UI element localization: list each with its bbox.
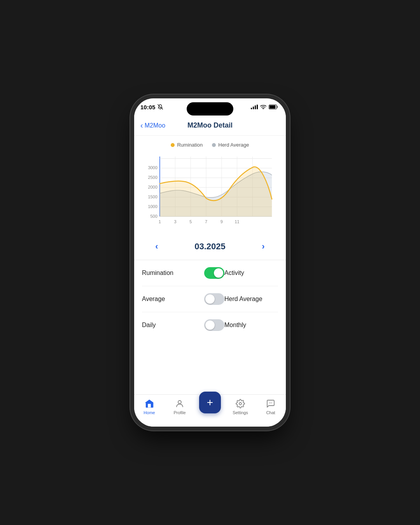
tab-bar: Home Profile + (134, 394, 286, 427)
back-chevron-icon: ‹ (140, 121, 143, 130)
profile-icon (175, 399, 185, 409)
tab-add[interactable]: + (195, 392, 225, 413)
toggle-item-average: Average (142, 293, 224, 305)
toggle-group-2: Average Herd Average (142, 293, 278, 305)
home-icon (144, 399, 154, 409)
plus-icon: + (207, 397, 213, 408)
herd-avg-label: Herd Average (218, 142, 249, 148)
rumination-toggle-label: Rumination (142, 270, 181, 276)
svg-text:1: 1 (159, 219, 161, 224)
toggle-row-1: Rumination Activity (142, 260, 278, 286)
toggle-item-activity: Activity (224, 267, 286, 279)
svg-text:500: 500 (150, 214, 158, 219)
rumination-dot (171, 143, 175, 147)
svg-point-1 (263, 109, 264, 109)
rumination-toggle[interactable] (204, 267, 224, 279)
average-toggle-label: Average (142, 296, 181, 303)
dynamic-island (187, 102, 233, 116)
svg-text:1500: 1500 (148, 194, 157, 199)
chart-svg: 500 1000 1500 2000 2500 3000 1 3 5 7 9 1… (140, 152, 280, 230)
toggle-group-1: Rumination Activity (142, 267, 278, 279)
toggle-row-3: Daily Monthly (142, 312, 278, 338)
legend-herd-avg: Herd Average (212, 142, 249, 148)
back-button[interactable]: ‹ M2Moo (140, 121, 165, 130)
herd-avg-toggle-label: Herd Average (224, 296, 263, 303)
toggle-item-monthly: Monthly (224, 319, 286, 331)
nav-header: ‹ M2Moo M2Moo Detail (134, 116, 286, 136)
legend-rumination: Rumination (171, 142, 203, 148)
home-tab-label: Home (144, 410, 155, 415)
herd-avg-dot (212, 143, 216, 147)
wifi-icon (260, 105, 266, 109)
tab-home[interactable]: Home (134, 399, 164, 415)
battery-icon (269, 105, 278, 109)
svg-text:11: 11 (235, 219, 240, 224)
tab-chat[interactable]: Chat (256, 399, 286, 415)
chart-legend: Rumination Herd Average (140, 142, 280, 148)
toggle-item-daily: Daily (142, 319, 224, 331)
svg-text:9: 9 (220, 219, 223, 224)
month-nav: ‹ 03.2025 › (134, 233, 286, 260)
toggle-knob (205, 294, 215, 304)
page-title: M2Moo Detail (187, 121, 233, 130)
back-label: M2Moo (145, 122, 165, 129)
activity-toggle-label: Activity (224, 270, 263, 276)
prev-month-button[interactable]: ‹ (150, 240, 164, 254)
toggle-row-2: Average Herd Average (142, 286, 278, 312)
average-toggle[interactable] (204, 293, 224, 305)
toggle-group-3: Daily Monthly (142, 319, 278, 331)
toggle-knob (205, 320, 215, 330)
monthly-toggle-label: Monthly (224, 322, 263, 329)
add-button[interactable]: + (199, 392, 221, 413)
svg-text:1000: 1000 (148, 204, 157, 209)
daily-toggle-label: Daily (142, 322, 181, 329)
settings-tab-label: Settings (233, 410, 248, 415)
status-icons (251, 105, 278, 109)
bell-icon (158, 104, 163, 110)
phone-frame: 10:05 (134, 98, 286, 427)
svg-point-35 (271, 402, 272, 403)
svg-point-33 (269, 402, 270, 403)
chat-icon (266, 399, 276, 409)
svg-line-0 (158, 105, 163, 110)
toggle-section: Rumination Activity (134, 260, 286, 338)
svg-text:5: 5 (189, 219, 192, 224)
tab-settings[interactable]: Settings (225, 399, 256, 415)
svg-text:2000: 2000 (148, 185, 157, 189)
next-month-button[interactable]: › (256, 240, 270, 254)
svg-rect-3 (270, 105, 276, 108)
chart-container: 500 1000 1500 2000 2500 3000 1 3 5 7 9 1… (140, 152, 280, 230)
svg-point-32 (239, 402, 242, 405)
daily-toggle[interactable] (204, 319, 224, 331)
rumination-label: Rumination (177, 142, 203, 148)
svg-text:3: 3 (174, 219, 176, 224)
chart-section: Rumination Herd Average (134, 136, 286, 233)
profile-tab-label: Profile (173, 410, 186, 415)
toggle-knob (214, 268, 223, 278)
month-label: 03.2025 (194, 242, 226, 252)
toggle-item-rumination: Rumination (142, 267, 224, 279)
svg-point-31 (178, 401, 181, 404)
main-content: Rumination Herd Average (134, 136, 286, 394)
settings-icon (235, 399, 245, 409)
signal-bars-icon (251, 105, 258, 109)
tab-profile[interactable]: Profile (164, 399, 195, 415)
svg-text:2500: 2500 (148, 175, 157, 180)
svg-text:7: 7 (205, 219, 207, 224)
toggle-item-herd-avg: Herd Average (224, 293, 286, 305)
svg-point-34 (270, 402, 271, 403)
status-time: 10:05 (140, 104, 163, 110)
svg-text:3000: 3000 (148, 165, 157, 170)
chat-tab-label: Chat (266, 410, 275, 415)
